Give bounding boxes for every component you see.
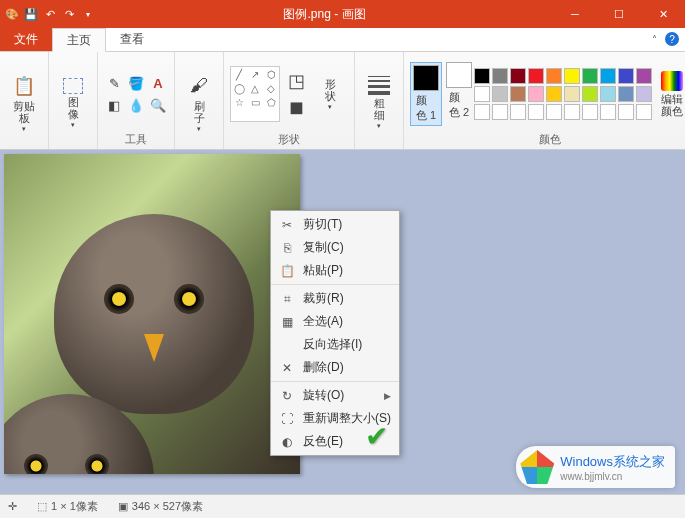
ribbon-tabs: 文件 主页 查看 ˄ ? xyxy=(0,28,685,52)
quick-access-toolbar: 🎨 💾 ↶ ↷ ▾ xyxy=(0,6,96,22)
menu-item-label: 剪切(T) xyxy=(303,216,342,233)
picker-icon[interactable]: 💧 xyxy=(126,95,146,115)
palette-color[interactable] xyxy=(510,104,526,120)
watermark-logo-icon xyxy=(520,450,554,484)
palette-color[interactable] xyxy=(636,68,652,84)
palette-color[interactable] xyxy=(582,68,598,84)
palette-color[interactable] xyxy=(564,86,580,102)
palette-color[interactable] xyxy=(528,68,544,84)
palette-color[interactable] xyxy=(510,68,526,84)
maximize-button[interactable]: ☐ xyxy=(597,0,641,28)
palette-color[interactable] xyxy=(618,86,634,102)
image-select-button[interactable]: 图 像 ▾ xyxy=(55,76,91,130)
edit-colors-button[interactable]: 编辑 颜色 xyxy=(654,69,685,119)
palette-color[interactable] xyxy=(474,104,490,120)
context-menu-item[interactable]: 反向选择(I) xyxy=(271,333,399,356)
zoom-icon[interactable]: 🔍 xyxy=(148,95,168,115)
color2-swatch xyxy=(446,62,472,88)
minimize-button[interactable]: ─ xyxy=(553,0,597,28)
palette-color[interactable] xyxy=(564,68,580,84)
menu-item-label: 反色(E) xyxy=(303,433,343,450)
shapes-dropdown[interactable]: ◳ ◼ xyxy=(282,67,310,121)
paste-button[interactable]: 📋 剪贴 板 ▾ xyxy=(6,72,42,134)
palette-color[interactable] xyxy=(474,86,490,102)
brush-icon: 🖌 xyxy=(187,74,211,98)
close-button[interactable]: ✕ xyxy=(641,0,685,28)
canvas-size: ▣ 346 × 527像素 xyxy=(118,499,203,514)
color1-swatch xyxy=(413,65,439,91)
crosshair-icon: ✛ xyxy=(8,500,17,513)
palette-color[interactable] xyxy=(636,104,652,120)
submenu-arrow-icon: ▶ xyxy=(384,391,391,401)
context-menu-item[interactable]: 📋粘贴(P) xyxy=(271,259,399,282)
palette-color[interactable] xyxy=(546,68,562,84)
view-tab[interactable]: 查看 xyxy=(106,28,158,51)
context-menu-item[interactable]: ↻旋转(O)▶ xyxy=(271,384,399,407)
menu-item-icon: ✕ xyxy=(279,361,295,375)
palette-color[interactable] xyxy=(528,86,544,102)
context-menu-item[interactable]: ✂剪切(T) xyxy=(271,213,399,236)
color-palette[interactable] xyxy=(474,68,652,120)
shapes-gallery[interactable]: ╱↗⬡ ◯△◇ ☆▭⬠ xyxy=(230,66,280,122)
checkmark-annotation: ✔ xyxy=(365,420,388,453)
brushes-group: 🖌 刷 子 ▾ xyxy=(175,52,224,149)
menu-item-icon: ✂ xyxy=(279,218,295,232)
canvas[interactable] xyxy=(4,154,300,474)
clipboard-group: 📋 剪贴 板 ▾ xyxy=(0,52,49,149)
minimize-ribbon-icon[interactable]: ˄ xyxy=(647,32,661,46)
eraser-icon[interactable]: ◧ xyxy=(104,95,124,115)
selection-size: ⬚ 1 × 1像素 xyxy=(37,499,98,514)
home-tab[interactable]: 主页 xyxy=(52,28,106,52)
size-button[interactable]: 粗 细 ▾ xyxy=(361,74,397,131)
window-controls: ─ ☐ ✕ xyxy=(553,0,685,28)
text-icon[interactable]: A xyxy=(148,73,168,93)
context-menu-item[interactable]: ✕删除(D) xyxy=(271,356,399,379)
undo-icon[interactable]: ↶ xyxy=(42,6,58,22)
qat-dropdown-icon[interactable]: ▾ xyxy=(80,6,96,22)
palette-color[interactable] xyxy=(564,104,580,120)
menu-item-label: 全选(A) xyxy=(303,313,343,330)
palette-color[interactable] xyxy=(474,68,490,84)
pencil-icon[interactable]: ✎ xyxy=(104,73,124,93)
palette-color[interactable] xyxy=(492,104,508,120)
palette-color[interactable] xyxy=(618,68,634,84)
palette-color[interactable] xyxy=(546,86,562,102)
menu-item-label: 旋转(O) xyxy=(303,387,344,404)
menu-item-label: 裁剪(R) xyxy=(303,290,344,307)
selection-icon: ⬚ xyxy=(37,500,47,513)
redo-icon[interactable]: ↷ xyxy=(61,6,77,22)
palette-color[interactable] xyxy=(510,86,526,102)
menu-item-label: 反向选择(I) xyxy=(303,336,362,353)
context-menu-item[interactable]: ⌗裁剪(R) xyxy=(271,287,399,310)
palette-color[interactable] xyxy=(600,86,616,102)
palette-color[interactable] xyxy=(636,86,652,102)
context-menu-item[interactable]: ▦全选(A) xyxy=(271,310,399,333)
status-bar: ✛ ⬚ 1 × 1像素 ▣ 346 × 527像素 xyxy=(0,494,685,518)
palette-color[interactable] xyxy=(492,68,508,84)
menu-item-label: 复制(C) xyxy=(303,239,344,256)
image-content xyxy=(4,154,300,474)
palette-color[interactable] xyxy=(582,86,598,102)
palette-color[interactable] xyxy=(600,68,616,84)
file-tab[interactable]: 文件 xyxy=(0,28,52,51)
palette-color[interactable] xyxy=(528,104,544,120)
menu-item-icon: ⌗ xyxy=(279,292,295,306)
palette-color[interactable] xyxy=(618,104,634,120)
shapes-button[interactable]: 形 状 ▾ xyxy=(312,76,348,112)
context-menu-item[interactable]: ⎘复制(C) xyxy=(271,236,399,259)
help-icon[interactable]: ? xyxy=(665,32,679,46)
rainbow-icon xyxy=(661,71,683,91)
save-icon[interactable]: 💾 xyxy=(23,6,39,22)
brushes-button[interactable]: 🖌 刷 子 ▾ xyxy=(181,72,217,134)
menu-item-icon: ▦ xyxy=(279,315,295,329)
palette-color[interactable] xyxy=(492,86,508,102)
window-title: 图例.png - 画图 xyxy=(96,6,553,23)
palette-color[interactable] xyxy=(600,104,616,120)
fill-icon[interactable]: 🪣 xyxy=(126,73,146,93)
color1-button[interactable]: 颜 色 1 xyxy=(410,62,442,126)
app-icon: 🎨 xyxy=(4,6,20,22)
palette-color[interactable] xyxy=(546,104,562,120)
color2-button[interactable]: 颜 色 2 xyxy=(446,62,472,120)
canvas-size-icon: ▣ xyxy=(118,500,128,513)
palette-color[interactable] xyxy=(582,104,598,120)
